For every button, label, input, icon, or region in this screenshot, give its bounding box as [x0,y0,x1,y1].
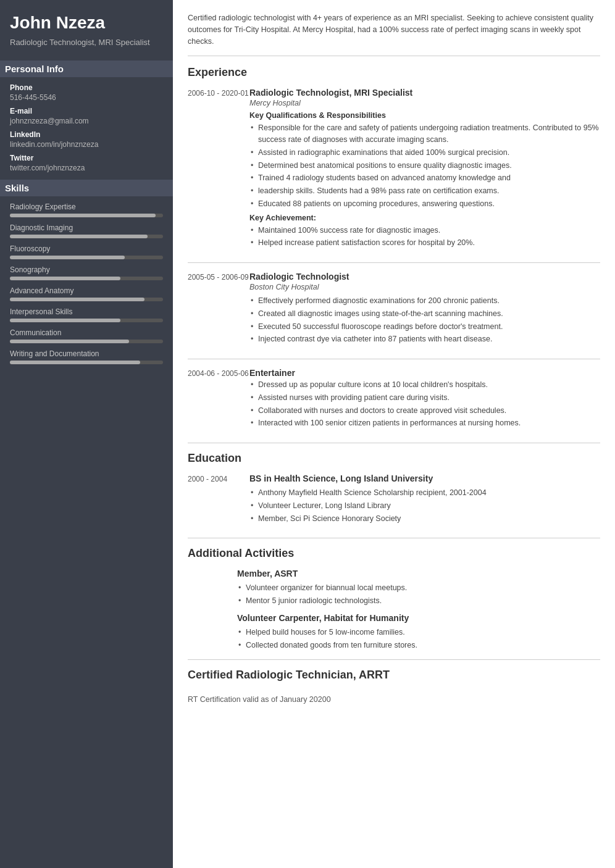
job-content: Radiologic TechnologistBoston City Hospi… [249,272,600,348]
skills-heading: Skills [0,180,173,196]
education-bullet: Anthony Mayfield Health Science Scholars… [249,487,600,499]
job-company: Mercy Hospital [249,99,600,107]
cert-text: RT Certification valid as of January 202… [188,690,600,709]
job-achievement-title: Key Achievement: [249,214,600,222]
skill-bar [10,319,120,322]
skill-bar-container [10,214,163,217]
skills-list: Radiology ExpertiseDiagnostic ImagingFlu… [10,202,163,364]
experience-item: 2004-06 - 2005-06EntertainerDressed up a… [188,368,600,432]
job-bullet: Effectively performed diagnostic examina… [249,295,600,307]
job-title: Radiologic Technologist, MRI Specialist [249,88,600,98]
job-dates: 2005-05 - 2006-09 [188,272,249,348]
job-bullets: Effectively performed diagnostic examina… [249,295,600,345]
skill-name: Interpersonal Skills [10,307,163,316]
activity-bullet: Mentor 5 junior radiologic technologists… [237,595,600,607]
contacts-list: Phone516-445-5546E-mailjohnznzeza@gmail.… [10,83,163,172]
experience-item: 2006-10 - 2020-01Radiologic Technologist… [188,88,600,251]
contact-value: 516-445-5546 [10,93,163,102]
job-bullet: Collaborated with nurses and doctors to … [249,405,600,417]
activity-bullet: Volunteer organizer for biannual local m… [237,582,600,594]
skill-bar-container [10,298,163,301]
job-achievement-bullets: Maintained 100% success rate for diagnos… [249,225,600,249]
contact-label: LinkedIn [10,130,163,139]
skill-name: Advanced Anatomy [10,286,163,295]
main-content: Certified radiologic technologist with 4… [173,0,615,868]
activity-bullets: Helped build houses for 5 low-income fam… [237,627,600,651]
skill-name: Fluoroscopy [10,244,163,253]
education-heading: Education [188,452,600,467]
contact-label: E-mail [10,107,163,115]
additional-heading: Additional Activities [188,547,600,562]
personal-info-heading: Personal Info [0,61,173,77]
education-degree: BS in Health Science, Long Island Univer… [249,474,600,483]
activity-title: Volunteer Carpenter, Habitat for Humanit… [237,613,600,623]
job-bullet: leadership skills. Students had a 98% pa… [249,185,600,197]
skill-bar [10,277,120,280]
job-bullet: Assisted in radiographic examinations th… [249,147,600,159]
skill-bar [10,235,148,238]
skill-bar [10,256,125,259]
skill-name: Diagnostic Imaging [10,223,163,232]
job-dates: 2004-06 - 2005-06 [188,368,249,432]
job-bullet: Dressed up as popular culture icons at 1… [249,379,600,391]
job-bullet: Responsible for the care and safety of p… [249,122,600,146]
activity-bullet: Helped build houses for 5 low-income fam… [237,627,600,638]
job-content: EntertainerDressed up as popular culture… [249,368,600,432]
job-bullets: Responsible for the care and safety of p… [249,122,600,209]
education-block: 2000 - 2004 BS in Health Science, Long I… [188,474,600,527]
job-title: Radiologic Technologist [249,272,600,282]
contact-value: johnznzeza@gmail.com [10,117,163,125]
skill-bar-container [10,361,163,364]
contact-label: Twitter [10,154,163,162]
sidebar: John Nzeza Radiologic Technologist, MRI … [0,0,173,868]
job-bullet: Interacted with 100 senior citizen patie… [249,417,600,429]
job-bullet: Determined best anatomical positions to … [249,160,600,172]
job-title: Entertainer [249,368,600,378]
activity-bullets: Volunteer organizer for biannual local m… [237,582,600,607]
activities-list: Member, ASRTVolunteer organizer for bian… [188,569,600,651]
skill-bar [10,214,156,217]
experience-heading: Experience [188,66,600,81]
skill-bar-container [10,319,163,322]
experience-list: 2006-10 - 2020-01Radiologic Technologist… [188,88,600,432]
job-bullets: Dressed up as popular culture icons at 1… [249,379,600,429]
job-dates: 2006-10 - 2020-01 [188,88,249,251]
skill-bar-container [10,340,163,343]
skill-bar-container [10,235,163,238]
education-content: BS in Health Science, Long Island Univer… [249,474,600,527]
job-bullet: Created all diagnostic images using stat… [249,308,600,320]
skill-bar [10,361,140,364]
summary-text: Certified radiologic technologist with 4… [188,12,600,56]
skill-name: Sonography [10,265,163,274]
job-content: Radiologic Technologist, MRI SpecialistM… [249,88,600,251]
job-company: Boston City Hospital [249,283,600,291]
job-achievement-bullet: Maintained 100% success rate for diagnos… [249,225,600,236]
experience-item: 2005-05 - 2006-09Radiologic Technologist… [188,272,600,348]
education-bullets: Anthony Mayfield Health Science Scholars… [249,487,600,524]
job-bullet: Assisted nurses with providing patient c… [249,392,600,404]
job-bullet: Injected contrast dye via catheter into … [249,333,600,345]
activity-bullet: Collected donated goods from ten furnitu… [237,640,600,651]
job-sub-title: Key Qualifications & Responsibilities [249,111,600,120]
education-bullet: Member, Sci Pi Science Honorary Society [249,513,600,525]
skill-name: Radiology Expertise [10,202,163,211]
skill-name: Communication [10,328,163,337]
contact-value: twitter.com/johnznzeza [10,164,163,172]
contact-value: linkedin.com/in/johnznzeza [10,140,163,149]
activity-title: Member, ASRT [237,569,600,578]
cert-heading: Certified Radiologic Technician, ARRT [188,669,600,684]
job-bullet: Executed 50 successful fluoroscope readi… [249,321,600,333]
skill-bar-container [10,277,163,280]
skill-bar [10,340,129,343]
job-achievement-bullet: Helped increase patient satisfaction sco… [249,237,600,249]
job-bullet: Trained 4 radiology students based on ad… [249,172,600,184]
education-dates: 2000 - 2004 [188,474,249,527]
skill-name: Writing and Documentation [10,349,163,358]
contact-label: Phone [10,83,163,92]
education-bullet: Volunteer Lecturer, Long Island Library [249,500,600,512]
skill-bar [10,298,144,301]
job-bullet: Educated 88 patients on upcoming procedu… [249,198,600,210]
candidate-title: Radiologic Technologist, MRI Specialist [10,37,163,48]
candidate-name: John Nzeza [10,12,163,33]
skill-bar-container [10,256,163,259]
